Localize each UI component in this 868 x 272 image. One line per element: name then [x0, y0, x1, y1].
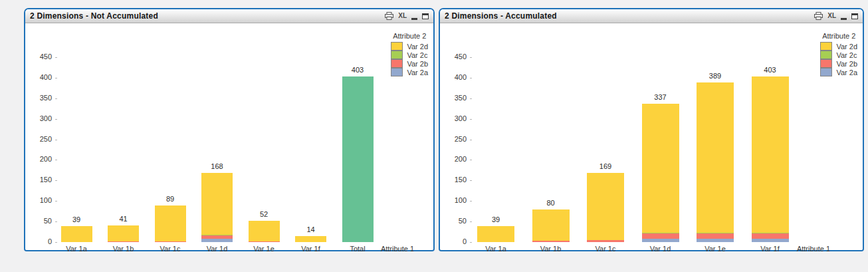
- y-axis-tick-label: 150: [440, 176, 467, 184]
- x-axis-category-label[interactable]: Var 1e: [692, 245, 738, 253]
- x-axis-category-label[interactable]: Var 1f: [747, 245, 794, 253]
- bar-segment-var-2a[interactable]: [697, 239, 734, 242]
- legend-swatch: [820, 42, 832, 51]
- y-axis-tick-mark: [55, 140, 57, 140]
- bar-segment-var-2b[interactable]: [249, 241, 280, 242]
- caption-icons: XL: [385, 12, 429, 20]
- legend-item[interactable]: Var 2c: [391, 51, 428, 59]
- bar-segment-var-2d[interactable]: [752, 76, 789, 233]
- window-caption[interactable]: 2 Dimensions - Not Accumulated XL: [25, 9, 433, 23]
- y-axis-tick-label: 250: [440, 135, 467, 143]
- y-axis-tick-mark: [55, 98, 57, 99]
- y-axis-tick-label: 350: [440, 94, 467, 102]
- legend-item-label: Var 2c: [407, 51, 427, 59]
- bar-segment-var-2b[interactable]: [532, 241, 570, 242]
- legend-swatch: [391, 51, 403, 59]
- y-axis-tick-mark: [55, 180, 57, 181]
- chart-window-not-accumulated: 2 Dimensions - Not Accumulated XL 050100…: [24, 8, 435, 251]
- bar-segment-var-2d[interactable]: [532, 209, 570, 241]
- legend-item-label: Var 2b: [407, 60, 428, 68]
- legend-item[interactable]: Var 2b: [820, 59, 857, 68]
- y-axis-tick-mark: [470, 78, 472, 78]
- minimize-icon[interactable]: [411, 18, 417, 20]
- legend-item[interactable]: Var 2a: [820, 68, 857, 76]
- x-axis-title: Attribute 1: [787, 245, 840, 253]
- y-axis-tick-label: 150: [25, 176, 52, 184]
- bar-segment-var-2d[interactable]: [155, 205, 186, 241]
- legend-item[interactable]: Var 2a: [391, 68, 428, 76]
- bar-segment-var-2d[interactable]: [697, 82, 734, 233]
- bar-value-label: 403: [338, 66, 378, 74]
- bar-value-label: 403: [750, 66, 790, 74]
- minimize-icon[interactable]: [841, 18, 847, 20]
- bar-value-label: 14: [291, 225, 331, 233]
- bar-segment-var-2d[interactable]: [201, 173, 233, 235]
- legend-swatch: [820, 51, 832, 59]
- y-axis-tick-label: 450: [25, 53, 52, 61]
- legend-item[interactable]: Var 2d: [820, 42, 857, 51]
- x-axis-category-label[interactable]: Var 1a: [53, 245, 100, 253]
- x-axis-category-label[interactable]: Var 1d: [637, 245, 684, 253]
- caption-icons: XL: [814, 12, 858, 20]
- chart-area: 05010015020025030035040045039Var 1a80Var…: [440, 23, 863, 250]
- x-axis-category-label[interactable]: Var 1a: [473, 245, 519, 253]
- print-icon[interactable]: [385, 12, 393, 20]
- bar-segment-var-2c[interactable]: [642, 233, 679, 233]
- legend-item[interactable]: Var 2c: [820, 51, 857, 59]
- bar-segment-var-2b[interactable]: [201, 235, 233, 239]
- y-axis-tick-mark: [470, 242, 472, 243]
- export-excel-icon[interactable]: XL: [827, 13, 836, 19]
- legend-swatch: [391, 68, 403, 76]
- legend-item[interactable]: Var 2b: [391, 59, 428, 68]
- legend-item[interactable]: Var 2d: [391, 42, 428, 51]
- bar-segment-var-2d[interactable]: [642, 104, 679, 233]
- bar-value-label: 89: [150, 195, 190, 203]
- y-axis-tick-label: 250: [25, 135, 52, 143]
- print-icon[interactable]: [814, 12, 823, 20]
- maximize-icon[interactable]: [851, 13, 858, 19]
- bar-segment-var-2d[interactable]: [249, 221, 280, 241]
- bar-segment-var-2b[interactable]: [752, 233, 789, 239]
- bar-segment-var-2c[interactable]: [697, 233, 734, 233]
- y-axis-tick-mark: [55, 78, 57, 78]
- legend-item-label: Var 2c: [836, 51, 857, 59]
- bar-segment-var-2a[interactable]: [201, 239, 233, 242]
- bar-segment-var-2a[interactable]: [752, 239, 789, 242]
- bar-segment-var-2d[interactable]: [61, 226, 92, 242]
- bar-value-label: 80: [531, 199, 571, 207]
- export-excel-icon[interactable]: XL: [398, 13, 407, 19]
- bar-segment-var-2a[interactable]: [642, 239, 679, 242]
- x-axis-category-label[interactable]: Var 1e: [241, 245, 287, 253]
- window-caption[interactable]: 2 Dimensions - Accumulated XL: [440, 9, 863, 23]
- x-axis-category-label[interactable]: Var 1f: [288, 245, 334, 253]
- bar-segment-var-2d[interactable]: [477, 226, 514, 242]
- y-axis-tick-label: 300: [25, 114, 52, 122]
- bar-segment-var-2c[interactable]: [752, 233, 789, 233]
- bar-segment-var-2b[interactable]: [697, 233, 734, 239]
- bar-segment-var-2c[interactable]: [201, 235, 233, 235]
- y-axis-tick-mark: [470, 221, 472, 222]
- x-axis-category-label[interactable]: Var 1c: [582, 245, 629, 253]
- y-axis-tick-mark: [470, 98, 472, 99]
- x-axis-category-label[interactable]: Var 1d: [194, 245, 241, 253]
- bar-segment-var-2d[interactable]: [108, 225, 139, 241]
- bar-chart-not-accumulated: 05010015020025030035040045039Var 1a41Var…: [25, 23, 433, 250]
- bar-segment-var-2b[interactable]: [108, 241, 139, 242]
- bar-segment-var-2b[interactable]: [155, 241, 186, 242]
- bar-segment-var-2d[interactable]: [295, 236, 326, 242]
- x-axis-category-label[interactable]: Var 1b: [100, 245, 147, 253]
- bar-value-label: 337: [641, 93, 681, 101]
- maximize-icon[interactable]: [422, 13, 429, 19]
- bar-value-label: 168: [197, 162, 237, 170]
- x-axis-category-label[interactable]: Var 1c: [147, 245, 193, 253]
- bar-segment-var-2b[interactable]: [587, 240, 624, 242]
- bar-segment-var-2d[interactable]: [587, 173, 624, 240]
- y-axis-tick-mark: [470, 201, 472, 202]
- y-axis-tick-label: 300: [440, 114, 467, 122]
- chart-window-accumulated: 2 Dimensions - Accumulated XL 0501001502…: [439, 8, 864, 251]
- legend-title: Attribute 2: [391, 32, 428, 40]
- bar-segment-total[interactable]: [342, 76, 374, 242]
- bar-segment-var-2b[interactable]: [642, 233, 679, 239]
- y-axis-tick-label: 50: [440, 217, 467, 225]
- x-axis-category-label[interactable]: Var 1b: [528, 245, 574, 253]
